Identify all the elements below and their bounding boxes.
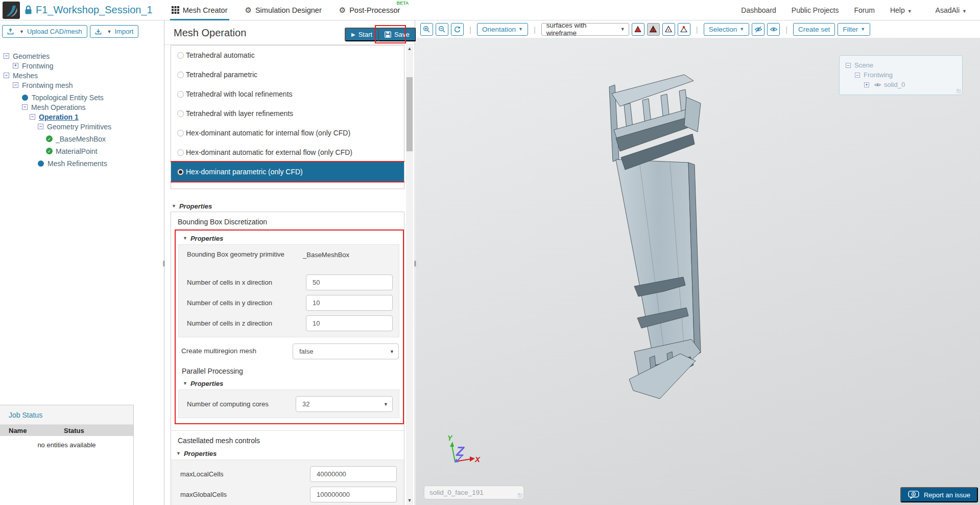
eye-icon[interactable] (874, 82, 881, 87)
collapse-triangle-icon[interactable]: ▼ (183, 236, 187, 241)
radio-icon[interactable] (177, 149, 184, 156)
tree-item-label: _BaseMeshBox (56, 135, 106, 143)
radio-icon[interactable] (177, 91, 184, 98)
property-value-input[interactable] (306, 295, 393, 311)
collapse-icon[interactable]: − (4, 53, 9, 59)
report-issue-button[interactable]: Report an issue (900, 487, 978, 502)
expand-icon[interactable]: + (864, 82, 869, 87)
collapse-icon[interactable]: − (13, 82, 18, 88)
property-label: Number of cells in x direction (187, 278, 306, 287)
frontwing-3d-model[interactable] (587, 46, 715, 409)
left-splitter-handle[interactable]: ∥ (162, 257, 166, 269)
tree-item-label: Operation 1 (39, 113, 79, 121)
tree-item-mesh-operations[interactable]: −Mesh Operations (0, 102, 164, 112)
mesh-type-option[interactable]: Tetrahedral with local refinements (171, 84, 404, 104)
nav-forum[interactable]: Forum (854, 6, 874, 14)
save-button[interactable]: Save (378, 28, 416, 41)
show-wireframe-button[interactable] (662, 23, 675, 36)
radio-icon[interactable] (177, 130, 184, 136)
collapse-icon[interactable]: − (30, 114, 35, 120)
chevron-down-icon: ▼ (739, 27, 744, 32)
nav-dashboard[interactable]: Dashboard (741, 6, 776, 14)
tree-item-label: Mesh Refinements (47, 159, 107, 168)
radio-icon[interactable] (177, 110, 184, 117)
refresh-view-button[interactable] (451, 23, 464, 36)
scroll-down-arrow[interactable]: ▼ (406, 498, 413, 504)
mesh-operation-content: Tetrahedral automaticTetrahedral paramet… (171, 45, 404, 505)
property-value-input[interactable] (306, 315, 393, 331)
collapse-icon[interactable]: − (855, 73, 860, 78)
scroll-up-arrow[interactable]: ▲ (406, 46, 413, 52)
collapse-triangle-icon[interactable]: ▼ (183, 381, 187, 386)
collapse-icon[interactable]: − (846, 63, 851, 68)
radio-icon[interactable] (177, 52, 184, 59)
toolbar-separator: | (469, 25, 471, 34)
tree-item-geometry-primitives[interactable]: −Geometry Primitives (0, 122, 164, 131)
selection-dropdown[interactable]: Selection ▼ (704, 23, 749, 36)
camera-icon (908, 491, 919, 499)
tab-mesh-creator[interactable]: Mesh Creator (170, 0, 229, 20)
nav-help[interactable]: Help▼ (890, 6, 912, 14)
scene-root-row[interactable]: − Scene (846, 60, 962, 70)
nav-public-projects[interactable]: Public Projects (792, 6, 839, 14)
tree-item--basemeshbox[interactable]: ✓_BaseMeshBox (0, 134, 164, 144)
scene-child-row[interactable]: − Frontwing (846, 70, 962, 80)
tree-item-topological-entity-sets[interactable]: Topological Entity Sets (0, 93, 164, 102)
resize-handle[interactable] (957, 89, 961, 94)
tree-item-geometries[interactable]: −Geometries (0, 51, 164, 61)
tree-item-operation-1[interactable]: −Operation 1 (0, 112, 164, 122)
property-row: Number of cells in x direction (187, 274, 393, 291)
multiregion-select[interactable]: false ▼ (293, 343, 399, 359)
render-mode-select[interactable]: surfaces with wireframe ▼ (541, 23, 629, 36)
create-set-button[interactable]: Create set (793, 23, 835, 36)
start-button[interactable]: ▶ Start (345, 28, 379, 41)
upload-cad-button[interactable]: ▼ Upload CAD/mesh (2, 25, 87, 38)
filter-dropdown[interactable]: Filter ▼ (838, 23, 870, 36)
hide-selection-button[interactable] (752, 23, 764, 36)
zoom-out-button[interactable] (436, 23, 448, 36)
right-splitter-handle[interactable]: ∥ (413, 257, 417, 269)
collapse-triangle-icon[interactable]: ▼ (172, 203, 176, 209)
mesh-type-option[interactable]: Tetrahedral automatic (171, 45, 404, 65)
radio-icon[interactable] (177, 169, 184, 175)
axis-x-label: X (474, 455, 481, 464)
computing-cores-select[interactable]: 32 ▼ (296, 396, 393, 412)
property-label: Bounding Box geometry primitive (187, 250, 303, 259)
collapse-icon[interactable]: − (22, 104, 28, 110)
collapse-icon[interactable]: − (4, 73, 9, 78)
show-selection-button[interactable] (767, 23, 780, 36)
mesh-type-option[interactable]: Hex-dominant automatic for external flow… (171, 143, 404, 162)
tree-item-meshes[interactable]: −Meshes (0, 71, 164, 80)
scrollbar-thumb[interactable] (407, 77, 413, 151)
mesh-type-option[interactable]: Tetrahedral parametric (171, 65, 404, 84)
user-menu[interactable]: AsadAli▼ (936, 6, 967, 14)
expand-icon[interactable]: + (13, 63, 18, 68)
property-value-input[interactable] (306, 274, 393, 290)
radio-icon[interactable] (177, 72, 184, 78)
viewport-canvas[interactable]: − Scene − Frontwing + solid_0 Y (416, 38, 980, 505)
show-solid-faces-button[interactable] (632, 23, 644, 36)
mesh-type-option[interactable]: Tetrahedral with layer refinements (171, 104, 404, 123)
mesh-type-option[interactable]: Hex-dominant parametric (only CFD) (171, 162, 404, 181)
property-value-input[interactable] (310, 487, 397, 502)
resize-handle[interactable] (518, 493, 522, 498)
orientation-dropdown[interactable]: Orientation ▼ (477, 23, 528, 36)
tree-item-frontwing[interactable]: +Frontwing (0, 61, 164, 71)
show-vertices-button[interactable] (678, 23, 690, 36)
mesh-type-label: Hex-dominant automatic for external flow… (186, 148, 352, 156)
tree-item-frontwing-mesh[interactable]: −Frontwing mesh (0, 80, 164, 90)
tree-item-label: Frontwing mesh (22, 81, 73, 89)
collapse-icon[interactable]: − (38, 124, 43, 129)
mesh-type-option[interactable]: Hex-dominant automatic for internal flow… (171, 123, 404, 143)
panel-scrollbar[interactable]: ▲ ▼ (406, 45, 413, 505)
tree-item-materialpoint[interactable]: ✓MaterialPoint (0, 146, 164, 156)
show-faces-edges-button[interactable] (647, 23, 660, 36)
zoom-in-button[interactable] (420, 23, 433, 36)
collapse-triangle-icon[interactable]: ▼ (176, 451, 181, 456)
import-button[interactable]: ▼ Import (90, 25, 139, 38)
tab-simulation-designer[interactable]: ⚙ Simulation Designer (244, 0, 323, 20)
tab-post-processor[interactable]: ⚙ Post-Processor BETA (338, 0, 402, 20)
property-value-input[interactable] (310, 466, 397, 482)
scene-leaf-row[interactable]: + solid_0 (846, 80, 962, 89)
tree-item-mesh-refinements[interactable]: Mesh Refinements (0, 158, 164, 168)
